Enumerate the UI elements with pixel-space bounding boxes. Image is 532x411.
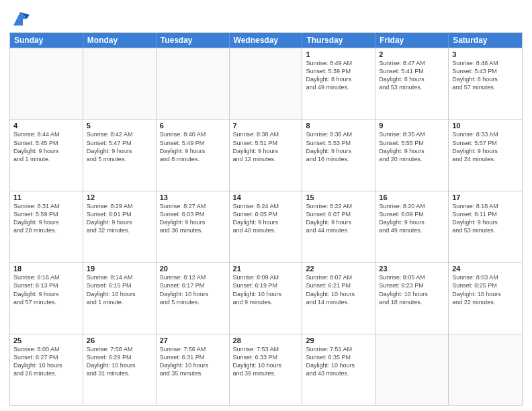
day-info: Sunrise: 8:42 AM Sunset: 5:47 PM Dayligh… bbox=[87, 130, 152, 163]
day-number: 24 bbox=[452, 265, 519, 273]
day-number: 21 bbox=[233, 265, 299, 273]
calendar-cell: 13Sunrise: 8:27 AM Sunset: 6:03 PM Dayli… bbox=[157, 191, 230, 262]
day-info: Sunrise: 8:47 AM Sunset: 5:41 PM Dayligh… bbox=[379, 59, 445, 92]
day-number: 10 bbox=[452, 122, 519, 130]
day-info: Sunrise: 7:56 AM Sunset: 6:31 PM Dayligh… bbox=[160, 345, 226, 378]
calendar-cell: 9Sunrise: 8:35 AM Sunset: 5:55 PM Daylig… bbox=[375, 120, 449, 190]
day-number: 23 bbox=[379, 265, 445, 273]
day-number: 11 bbox=[13, 193, 79, 201]
weekday-header: Thursday bbox=[302, 33, 375, 48]
calendar-cell: 24Sunrise: 8:03 AM Sunset: 6:25 PM Dayli… bbox=[449, 263, 522, 333]
day-number: 25 bbox=[13, 336, 79, 345]
logo-icon bbox=[11, 9, 30, 28]
calendar-cell: 20Sunrise: 8:12 AM Sunset: 6:17 PM Dayli… bbox=[157, 263, 230, 333]
calendar-cell: 26Sunrise: 7:58 AM Sunset: 6:29 PM Dayli… bbox=[83, 334, 157, 405]
logo bbox=[9, 9, 30, 28]
day-number: 16 bbox=[379, 193, 445, 201]
calendar-cell: 7Sunrise: 8:38 AM Sunset: 5:51 PM Daylig… bbox=[230, 120, 303, 190]
day-info: Sunrise: 8:12 AM Sunset: 6:17 PM Dayligh… bbox=[160, 273, 226, 306]
calendar-cell: 19Sunrise: 8:14 AM Sunset: 6:15 PM Dayli… bbox=[83, 263, 157, 333]
day-number: 5 bbox=[87, 122, 152, 130]
calendar-cell: 5Sunrise: 8:42 AM Sunset: 5:47 PM Daylig… bbox=[83, 120, 157, 190]
day-info: Sunrise: 8:44 AM Sunset: 5:45 PM Dayligh… bbox=[13, 130, 79, 163]
calendar-cell: 15Sunrise: 8:22 AM Sunset: 6:07 PM Dayli… bbox=[302, 191, 375, 262]
day-info: Sunrise: 8:18 AM Sunset: 6:11 PM Dayligh… bbox=[452, 202, 519, 235]
calendar-cell: 8Sunrise: 8:36 AM Sunset: 5:53 PM Daylig… bbox=[302, 120, 375, 190]
day-info: Sunrise: 8:09 AM Sunset: 6:19 PM Dayligh… bbox=[233, 273, 299, 306]
weekday-header: Friday bbox=[375, 33, 449, 48]
day-number: 19 bbox=[87, 265, 152, 273]
day-info: Sunrise: 8:20 AM Sunset: 6:09 PM Dayligh… bbox=[379, 202, 445, 235]
day-info: Sunrise: 8:35 AM Sunset: 5:55 PM Dayligh… bbox=[379, 130, 445, 163]
day-number: 12 bbox=[87, 193, 152, 201]
day-info: Sunrise: 8:31 AM Sunset: 5:59 PM Dayligh… bbox=[13, 202, 79, 235]
calendar-row: 11Sunrise: 8:31 AM Sunset: 5:59 PM Dayli… bbox=[10, 191, 522, 262]
calendar-cell: 18Sunrise: 8:16 AM Sunset: 6:13 PM Dayli… bbox=[10, 263, 83, 333]
day-number: 17 bbox=[452, 193, 519, 201]
day-info: Sunrise: 8:49 AM Sunset: 5:39 PM Dayligh… bbox=[306, 59, 371, 92]
calendar-row: 25Sunrise: 8:00 AM Sunset: 6:27 PM Dayli… bbox=[10, 334, 522, 405]
day-info: Sunrise: 8:16 AM Sunset: 6:13 PM Dayligh… bbox=[13, 273, 79, 306]
calendar-header-row: SundayMondayTuesdayWednesdayThursdayFrid… bbox=[10, 33, 522, 48]
calendar-cell bbox=[10, 48, 83, 119]
day-info: Sunrise: 7:58 AM Sunset: 6:29 PM Dayligh… bbox=[87, 345, 152, 378]
day-number: 26 bbox=[87, 336, 152, 345]
day-info: Sunrise: 7:53 AM Sunset: 6:33 PM Dayligh… bbox=[233, 345, 299, 378]
calendar-cell: 14Sunrise: 8:24 AM Sunset: 6:05 PM Dayli… bbox=[230, 191, 303, 262]
day-info: Sunrise: 8:07 AM Sunset: 6:21 PM Dayligh… bbox=[306, 273, 371, 306]
calendar-cell: 3Sunrise: 8:46 AM Sunset: 5:43 PM Daylig… bbox=[449, 48, 522, 119]
day-number: 22 bbox=[306, 265, 371, 273]
weekday-header: Tuesday bbox=[157, 33, 230, 48]
day-number: 28 bbox=[233, 336, 299, 345]
calendar-cell: 4Sunrise: 8:44 AM Sunset: 5:45 PM Daylig… bbox=[10, 120, 83, 190]
calendar-cell: 23Sunrise: 8:05 AM Sunset: 6:23 PM Dayli… bbox=[375, 263, 449, 333]
calendar-cell: 21Sunrise: 8:09 AM Sunset: 6:19 PM Dayli… bbox=[230, 263, 303, 333]
calendar-cell bbox=[375, 334, 449, 405]
calendar-cell: 1Sunrise: 8:49 AM Sunset: 5:39 PM Daylig… bbox=[302, 48, 375, 119]
calendar-cell: 12Sunrise: 8:29 AM Sunset: 6:01 PM Dayli… bbox=[83, 191, 157, 262]
calendar-cell: 29Sunrise: 7:51 AM Sunset: 6:35 PM Dayli… bbox=[302, 334, 375, 405]
day-number: 3 bbox=[452, 50, 519, 58]
page: SundayMondayTuesdayWednesdayThursdayFrid… bbox=[0, 0, 532, 411]
day-info: Sunrise: 8:27 AM Sunset: 6:03 PM Dayligh… bbox=[160, 202, 226, 235]
calendar-cell: 17Sunrise: 8:18 AM Sunset: 6:11 PM Dayli… bbox=[449, 191, 522, 262]
calendar-row: 4Sunrise: 8:44 AM Sunset: 5:45 PM Daylig… bbox=[10, 119, 522, 190]
day-number: 7 bbox=[233, 122, 299, 130]
calendar-body: 1Sunrise: 8:49 AM Sunset: 5:39 PM Daylig… bbox=[10, 48, 522, 405]
calendar-cell: 2Sunrise: 8:47 AM Sunset: 5:41 PM Daylig… bbox=[375, 48, 449, 119]
day-info: Sunrise: 8:03 AM Sunset: 6:25 PM Dayligh… bbox=[452, 273, 519, 306]
calendar: SundayMondayTuesdayWednesdayThursdayFrid… bbox=[9, 32, 523, 406]
day-info: Sunrise: 8:14 AM Sunset: 6:15 PM Dayligh… bbox=[87, 273, 152, 306]
weekday-header: Monday bbox=[83, 33, 157, 48]
calendar-cell: 22Sunrise: 8:07 AM Sunset: 6:21 PM Dayli… bbox=[302, 263, 375, 333]
day-number: 27 bbox=[160, 336, 226, 345]
day-info: Sunrise: 8:38 AM Sunset: 5:51 PM Dayligh… bbox=[233, 130, 299, 163]
day-number: 6 bbox=[160, 122, 226, 130]
day-number: 1 bbox=[306, 50, 371, 58]
calendar-cell bbox=[230, 48, 303, 119]
day-info: Sunrise: 8:40 AM Sunset: 5:49 PM Dayligh… bbox=[160, 130, 226, 163]
day-number: 18 bbox=[13, 265, 79, 273]
calendar-cell: 11Sunrise: 8:31 AM Sunset: 5:59 PM Dayli… bbox=[10, 191, 83, 262]
calendar-row: 1Sunrise: 8:49 AM Sunset: 5:39 PM Daylig… bbox=[10, 48, 522, 119]
day-number: 9 bbox=[379, 122, 445, 130]
day-number: 20 bbox=[160, 265, 226, 273]
weekday-header: Wednesday bbox=[230, 33, 303, 48]
day-info: Sunrise: 8:22 AM Sunset: 6:07 PM Dayligh… bbox=[306, 202, 371, 235]
day-number: 15 bbox=[306, 193, 371, 201]
day-info: Sunrise: 8:36 AM Sunset: 5:53 PM Dayligh… bbox=[306, 130, 371, 163]
day-info: Sunrise: 8:29 AM Sunset: 6:01 PM Dayligh… bbox=[87, 202, 152, 235]
calendar-cell: 27Sunrise: 7:56 AM Sunset: 6:31 PM Dayli… bbox=[157, 334, 230, 405]
day-number: 13 bbox=[160, 193, 226, 201]
calendar-cell bbox=[157, 48, 230, 119]
day-info: Sunrise: 8:46 AM Sunset: 5:43 PM Dayligh… bbox=[452, 59, 519, 92]
weekday-header: Saturday bbox=[449, 33, 522, 48]
weekday-header: Sunday bbox=[10, 33, 83, 48]
calendar-row: 18Sunrise: 8:16 AM Sunset: 6:13 PM Dayli… bbox=[10, 262, 522, 333]
calendar-cell: 25Sunrise: 8:00 AM Sunset: 6:27 PM Dayli… bbox=[10, 334, 83, 405]
day-info: Sunrise: 8:24 AM Sunset: 6:05 PM Dayligh… bbox=[233, 202, 299, 235]
calendar-cell bbox=[449, 334, 522, 405]
day-info: Sunrise: 7:51 AM Sunset: 6:35 PM Dayligh… bbox=[306, 345, 371, 378]
header bbox=[9, 7, 523, 28]
calendar-cell: 10Sunrise: 8:33 AM Sunset: 5:57 PM Dayli… bbox=[449, 120, 522, 190]
